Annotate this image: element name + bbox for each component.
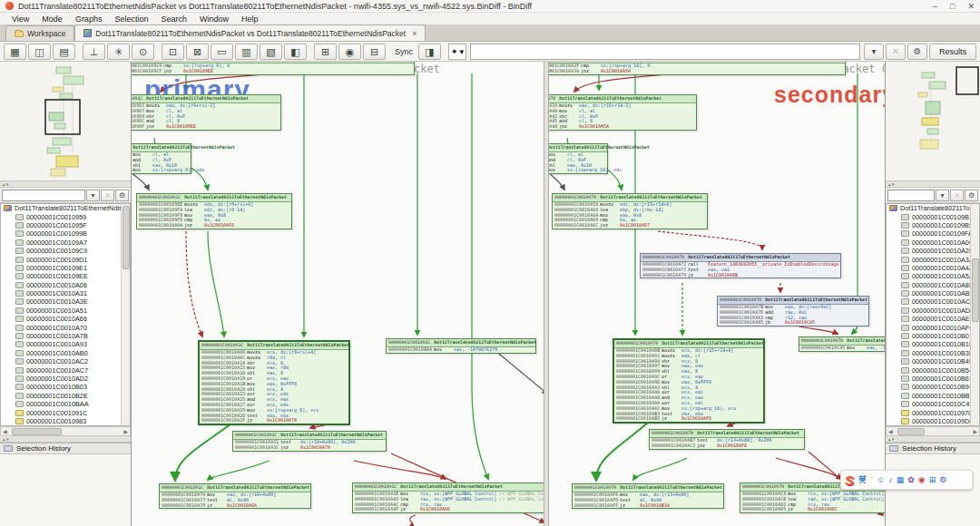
secondary-basic-block-node[interactable]: 00000001C0010970Dot11Translate80211ToEth… — [640, 253, 841, 278]
secondary-block-item[interactable]: 00000001C0010A2F — [887, 247, 979, 255]
secondary-block-item[interactable]: 00000001C00109DE — [887, 417, 979, 425]
proximity-browsing-icon[interactable]: ⊞ — [314, 44, 337, 60]
primary-block-item[interactable]: 00000001C0010983 — [1, 417, 130, 425]
primary-block-item[interactable]: 00000001C00109C9 — [1, 247, 130, 255]
secondary-block-item[interactable]: 00000001C0010A3A — [887, 255, 979, 263]
secondary-graph-pane[interactable]: late80211ToEthernetNdisPacket 00000001C0… — [549, 62, 885, 526]
maximize-button[interactable]: □ — [950, 2, 955, 11]
secondary-pane-scroll-arrows[interactable]: ◄► — [549, 63, 554, 73]
secondary-block-item[interactable]: 00000001C0010B3D — [887, 349, 979, 357]
circular-layout-icon[interactable]: ⊙ — [132, 44, 154, 60]
primary-block-item[interactable]: 00000001C0010BAA — [1, 400, 130, 408]
tree-splitter-handle[interactable]: ▴ ▾ — [886, 436, 980, 443]
clear-search-button[interactable]: ✕ — [886, 44, 906, 60]
secondary-basic-block-node[interactable]: 00000001C0010970Dot11Translate80211ToEth… — [717, 296, 869, 326]
primary-block-item[interactable]: 00000001C0010A93 — [1, 340, 130, 348]
secondary-basic-block-node[interactable]: 00000001C0010970Dot11Translate80211ToEth… — [612, 338, 765, 424]
secondary-basic-block-node[interactable]: 00000001C0010970Dot11Translate80211ToEth… — [552, 193, 708, 229]
sync-graphs-toggle-icon[interactable]: ◨ — [418, 44, 441, 60]
primary-block-item[interactable]: 00000001C001099B — [1, 229, 130, 238]
primary-filter-dropdown-icon[interactable]: ▾ — [86, 190, 100, 201]
primary-basic-block-node[interactable]: 00000001C001091CDot11Translate80211ToEth… — [232, 431, 387, 452]
primary-block-item[interactable]: 00000001C0010AC2 — [1, 357, 130, 365]
fit-graph-icon[interactable]: ▭ — [211, 44, 233, 60]
minimize-button[interactable]: – — [933, 2, 937, 11]
primary-block-item[interactable]: 00000001C0010B03 — [1, 383, 130, 391]
menu-item-help[interactable]: Help — [235, 15, 265, 24]
primary-basic-block-node[interactable]: 00000001C001091CDot11Translate80211ToEth… — [159, 483, 311, 509]
primary-block-item[interactable]: 00000001C0010959 — [1, 212, 130, 220]
primary-selection-history-header[interactable]: Selection History — [0, 443, 131, 454]
secondary-basic-block-node[interactable]: 00000001C0010970Dot11Translate80211ToEth… — [799, 336, 885, 352]
primary-block-item[interactable]: 00000001C0010A66 — [1, 315, 130, 323]
primary-block-item[interactable]: 00000001C001095F — [1, 221, 130, 229]
primary-block-item[interactable]: 00000001C0010AC7 — [1, 365, 130, 374]
secondary-basic-block-node[interactable]: 00000001C0010970Dot11Translate80211ToEth… — [572, 483, 724, 509]
secondary-block-item[interactable]: 00000001C0010B94 — [887, 383, 979, 391]
menu-item-window[interactable]: Window — [193, 15, 235, 24]
primary-block-item[interactable]: 00000001C0010A7B — [1, 332, 130, 340]
primary-block-item[interactable]: 00000001C0010AB0 — [1, 349, 130, 357]
primary-basic-block-node[interactable]: 00000001C001091CDot11Translate80211ToEth… — [132, 62, 415, 75]
secondary-tree-vscrollbar[interactable] — [970, 204, 979, 425]
secondary-block-item[interactable]: 00000001C0010A8B — [887, 281, 979, 289]
apostrophe-icon[interactable]: ’ — [871, 475, 873, 484]
split-graphs-icon[interactable]: ◧ — [284, 44, 307, 60]
secondary-filter-dropdown-icon[interactable]: ▾ — [936, 190, 949, 201]
secondary-basic-block-node[interactable]: 00000001C0010970Dot11Translate80211ToEth… — [549, 62, 846, 75]
skin-paw-icon[interactable]: ✿ — [907, 475, 915, 484]
menu-item-mode[interactable]: Mode — [35, 15, 69, 24]
workspace-windows-icon[interactable]: ▦ — [4, 44, 26, 60]
secondary-selection-history-header[interactable]: Selection History — [886, 443, 980, 454]
secondary-block-item[interactable]: 00000001C0010B63 — [887, 375, 979, 383]
primary-block-item[interactable]: 00000001C00109E1 — [1, 264, 130, 272]
primary-basic-block-node[interactable]: 00000001C001091CDot11Translate80211ToEth… — [386, 338, 536, 354]
bottom-panel-icon[interactable]: ▤ — [53, 44, 75, 60]
secondary-block-item[interactable]: 00000001C0010A5A — [887, 272, 979, 280]
secondary-block-item[interactable]: 00000001C00109B9 — [887, 221, 979, 229]
secondary-basic-block-node[interactable]: 00000001C0010970Dot11Translate80211ToEth… — [549, 94, 697, 131]
secondary-block-item[interactable]: 00000001C0010970 — [887, 408, 979, 416]
secondary-block-item[interactable]: 00000001C0010A4A — [887, 264, 979, 272]
search-settings-button[interactable]: ⚙ — [907, 44, 927, 60]
secondary-block-item[interactable]: 00000001C0010AC4 — [887, 297, 979, 306]
primary-block-item[interactable]: 00000001C00109A7 — [1, 239, 130, 247]
orthogonal-layout-icon[interactable]: ✳ — [107, 44, 130, 60]
graph-search-input[interactable] — [470, 44, 860, 60]
secondary-filter-clear-icon[interactable]: ✕ — [950, 190, 964, 201]
primary-block-item[interactable]: 00000001C0010A3E — [1, 297, 130, 306]
hierarchic-layout-icon[interactable]: ⊥ — [83, 44, 105, 60]
secondary-block-item[interactable]: 00000001C0010A06 — [887, 239, 979, 247]
secondary-graph-overview[interactable] — [886, 62, 980, 181]
primary-basic-block-node[interactable]: 00000001C001091CDot11Translate80211ToEth… — [132, 94, 281, 131]
night-mode-icon[interactable]: ◉ — [918, 475, 926, 484]
search-dropdown-button[interactable]: ▾ — [864, 44, 884, 60]
ime-toolbar[interactable]: S’☺♪▦✿◉⊞⚙ — [840, 470, 973, 490]
fit-both-graphs-icon[interactable]: ▥ — [235, 44, 258, 60]
secondary-block-item[interactable]: 00000001C0010BBF — [887, 392, 979, 400]
add-match-icon[interactable]: ◉ — [338, 44, 361, 60]
primary-block-item[interactable]: 00000001C0010A31 — [1, 289, 130, 297]
secondary-block-item[interactable]: 00000001C0010B54 — [887, 365, 979, 374]
secondary-block-item[interactable]: 00000001C0010C45 — [887, 400, 979, 408]
apps-grid-icon[interactable]: ⊞ — [929, 475, 936, 484]
primary-block-item[interactable]: 00000001C00109D1 — [1, 255, 130, 263]
combined-graph-icon[interactable]: ▧ — [260, 44, 282, 60]
secondary-tree-root[interactable]: Dot11Translate80211To — [887, 204, 979, 212]
voice-input-icon[interactable]: ♪ — [888, 475, 893, 484]
primary-block-item[interactable]: 00000001C0010A70 — [1, 323, 130, 331]
zoom-to-fit-icon[interactable]: ⊡ — [162, 44, 184, 60]
emoji-icon[interactable]: ☺ — [877, 475, 885, 484]
secondary-block-item[interactable]: 00000001C0010AEC — [887, 315, 979, 323]
primary-graph-pane[interactable]: e80211ToEthernetNdisPacket primary ◄► 00… — [132, 62, 544, 526]
tree-splitter-handle[interactable]: ▴ ▾ — [0, 436, 131, 443]
secondary-block-item[interactable]: 00000001C0010AD7 — [887, 307, 979, 315]
overview-splitter-handle[interactable]: ▴ ▾ — [0, 181, 131, 188]
menu-item-search[interactable]: Search — [154, 15, 193, 24]
split-view-icon[interactable]: ◫ — [28, 44, 51, 60]
secondary-block-item[interactable]: 00000001C0010B1D — [887, 340, 979, 348]
secondary-block-item[interactable]: 00000001C0010AB7 — [887, 289, 979, 297]
menu-item-graphs[interactable]: Graphs — [69, 15, 109, 24]
primary-basic-block-node[interactable]: 00000001C001091CDot11Translate80211ToEth… — [136, 193, 292, 229]
zoom-to-selection-icon[interactable]: ⊠ — [186, 44, 209, 60]
